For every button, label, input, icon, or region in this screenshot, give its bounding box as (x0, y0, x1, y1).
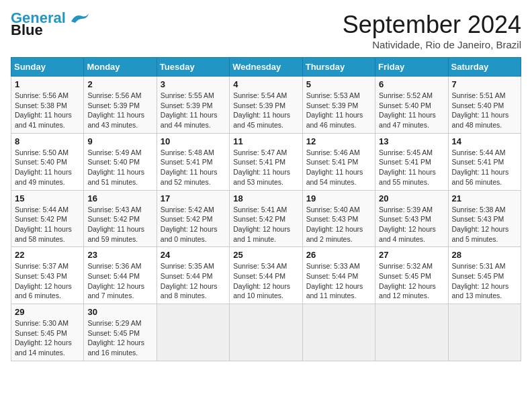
day-number: 7 (452, 79, 517, 89)
page-header: General Blue September 2024 Natividade, … (11, 11, 521, 50)
table-row: 12Sunrise: 5:46 AMSunset: 5:41 PMDayligh… (302, 133, 375, 190)
day-number: 5 (306, 79, 371, 89)
col-monday: Monday (84, 58, 157, 77)
day-info: Sunrise: 5:38 AMSunset: 5:43 PMDaylight:… (452, 205, 517, 244)
day-info: Sunrise: 5:53 AMSunset: 5:39 PMDaylight:… (306, 91, 371, 130)
table-row: 14Sunrise: 5:44 AMSunset: 5:41 PMDayligh… (448, 133, 521, 190)
table-row: 29Sunrise: 5:30 AMSunset: 5:45 PMDayligh… (11, 304, 84, 361)
col-tuesday: Tuesday (157, 58, 229, 77)
day-number: 4 (233, 79, 298, 89)
day-info: Sunrise: 5:40 AMSunset: 5:43 PMDaylight:… (306, 205, 371, 244)
day-number: 9 (87, 136, 152, 146)
table-row: 13Sunrise: 5:45 AMSunset: 5:41 PMDayligh… (375, 133, 448, 190)
day-info: Sunrise: 5:36 AMSunset: 5:44 PMDaylight:… (87, 261, 152, 301)
calendar-week-row: 8Sunrise: 5:50 AMSunset: 5:40 PMDaylight… (11, 133, 521, 190)
table-row: 24Sunrise: 5:35 AMSunset: 5:44 PMDayligh… (157, 247, 229, 304)
day-info: Sunrise: 5:34 AMSunset: 5:44 PMDaylight:… (233, 261, 298, 301)
day-info: Sunrise: 5:55 AMSunset: 5:39 PMDaylight:… (161, 91, 226, 130)
day-number: 2 (87, 79, 152, 89)
day-info: Sunrise: 5:30 AMSunset: 5:45 PMDaylight:… (15, 318, 80, 358)
table-row: 16Sunrise: 5:43 AMSunset: 5:42 PMDayligh… (84, 190, 157, 247)
title-block: September 2024 Natividade, Rio de Janeir… (343, 11, 521, 50)
day-info: Sunrise: 5:51 AMSunset: 5:40 PMDaylight:… (452, 91, 517, 130)
table-row: 19Sunrise: 5:40 AMSunset: 5:43 PMDayligh… (302, 190, 375, 247)
day-info: Sunrise: 5:44 AMSunset: 5:42 PMDaylight:… (15, 205, 80, 244)
day-number: 12 (306, 136, 371, 146)
day-info: Sunrise: 5:49 AMSunset: 5:40 PMDaylight:… (87, 148, 152, 187)
logo-bird-icon (69, 12, 90, 24)
day-info: Sunrise: 5:35 AMSunset: 5:44 PMDaylight:… (161, 261, 226, 301)
day-number: 11 (233, 136, 298, 146)
table-row: 30Sunrise: 5:29 AMSunset: 5:45 PMDayligh… (84, 304, 157, 361)
calendar-week-row: 22Sunrise: 5:37 AMSunset: 5:43 PMDayligh… (11, 247, 521, 304)
day-number: 22 (15, 250, 80, 260)
day-number: 3 (161, 79, 226, 89)
day-info: Sunrise: 5:56 AMSunset: 5:39 PMDaylight:… (87, 91, 152, 130)
table-row: 25Sunrise: 5:34 AMSunset: 5:44 PMDayligh… (230, 247, 302, 304)
day-number: 8 (15, 136, 80, 146)
col-friday: Friday (375, 58, 448, 77)
col-wednesday: Wednesday (230, 58, 302, 77)
day-info: Sunrise: 5:50 AMSunset: 5:40 PMDaylight:… (15, 148, 80, 187)
day-info: Sunrise: 5:43 AMSunset: 5:42 PMDaylight:… (87, 205, 152, 244)
table-row (302, 304, 375, 361)
table-row: 17Sunrise: 5:42 AMSunset: 5:42 PMDayligh… (157, 190, 229, 247)
table-row: 21Sunrise: 5:38 AMSunset: 5:43 PMDayligh… (448, 190, 521, 247)
table-row: 5Sunrise: 5:53 AMSunset: 5:39 PMDaylight… (302, 77, 375, 134)
day-info: Sunrise: 5:46 AMSunset: 5:41 PMDaylight:… (306, 148, 371, 187)
table-row (230, 304, 302, 361)
table-row: 22Sunrise: 5:37 AMSunset: 5:43 PMDayligh… (11, 247, 84, 304)
logo-blue: Blue (11, 21, 43, 39)
table-row: 8Sunrise: 5:50 AMSunset: 5:40 PMDaylight… (11, 133, 84, 190)
table-row: 3Sunrise: 5:55 AMSunset: 5:39 PMDaylight… (157, 77, 229, 134)
day-info: Sunrise: 5:33 AMSunset: 5:44 PMDaylight:… (306, 261, 371, 301)
col-sunday: Sunday (11, 58, 84, 77)
day-info: Sunrise: 5:29 AMSunset: 5:45 PMDaylight:… (87, 318, 152, 358)
day-number: 15 (15, 193, 80, 203)
day-number: 26 (306, 250, 371, 260)
day-number: 14 (452, 136, 517, 146)
day-number: 18 (233, 193, 298, 203)
day-number: 1 (15, 79, 80, 89)
day-number: 28 (452, 250, 517, 260)
table-row: 28Sunrise: 5:31 AMSunset: 5:45 PMDayligh… (448, 247, 521, 304)
day-info: Sunrise: 5:47 AMSunset: 5:41 PMDaylight:… (233, 148, 298, 187)
table-row (448, 304, 521, 361)
calendar-week-row: 29Sunrise: 5:30 AMSunset: 5:45 PMDayligh… (11, 304, 521, 361)
location: Natividade, Rio de Janeiro, Brazil (343, 39, 521, 50)
day-number: 25 (233, 250, 298, 260)
calendar-table: Sunday Monday Tuesday Wednesday Thursday… (11, 57, 521, 361)
day-info: Sunrise: 5:42 AMSunset: 5:42 PMDaylight:… (161, 205, 226, 244)
table-row: 1Sunrise: 5:56 AMSunset: 5:38 PMDaylight… (11, 77, 84, 134)
table-row: 2Sunrise: 5:56 AMSunset: 5:39 PMDaylight… (84, 77, 157, 134)
table-row (375, 304, 448, 361)
month-title: September 2024 (343, 11, 521, 39)
table-row: 23Sunrise: 5:36 AMSunset: 5:44 PMDayligh… (84, 247, 157, 304)
table-row: 27Sunrise: 5:32 AMSunset: 5:45 PMDayligh… (375, 247, 448, 304)
calendar-header-row: Sunday Monday Tuesday Wednesday Thursday… (11, 58, 521, 77)
day-info: Sunrise: 5:37 AMSunset: 5:43 PMDaylight:… (15, 261, 80, 301)
day-info: Sunrise: 5:48 AMSunset: 5:41 PMDaylight:… (161, 148, 226, 187)
day-number: 29 (15, 307, 80, 317)
table-row: 26Sunrise: 5:33 AMSunset: 5:44 PMDayligh… (302, 247, 375, 304)
day-number: 23 (87, 250, 152, 260)
day-number: 6 (379, 79, 444, 89)
calendar-week-row: 15Sunrise: 5:44 AMSunset: 5:42 PMDayligh… (11, 190, 521, 247)
day-info: Sunrise: 5:54 AMSunset: 5:39 PMDaylight:… (233, 91, 298, 130)
table-row: 18Sunrise: 5:41 AMSunset: 5:42 PMDayligh… (230, 190, 302, 247)
calendar-week-row: 1Sunrise: 5:56 AMSunset: 5:38 PMDaylight… (11, 77, 521, 134)
day-number: 30 (87, 307, 152, 317)
table-row (157, 304, 229, 361)
day-number: 16 (87, 193, 152, 203)
table-row: 9Sunrise: 5:49 AMSunset: 5:40 PMDaylight… (84, 133, 157, 190)
table-row: 4Sunrise: 5:54 AMSunset: 5:39 PMDaylight… (230, 77, 302, 134)
table-row: 11Sunrise: 5:47 AMSunset: 5:41 PMDayligh… (230, 133, 302, 190)
day-info: Sunrise: 5:41 AMSunset: 5:42 PMDaylight:… (233, 205, 298, 244)
day-number: 13 (379, 136, 444, 146)
day-number: 20 (379, 193, 444, 203)
table-row: 20Sunrise: 5:39 AMSunset: 5:43 PMDayligh… (375, 190, 448, 247)
day-info: Sunrise: 5:56 AMSunset: 5:38 PMDaylight:… (15, 91, 80, 130)
day-info: Sunrise: 5:39 AMSunset: 5:43 PMDaylight:… (379, 205, 444, 244)
day-info: Sunrise: 5:52 AMSunset: 5:40 PMDaylight:… (379, 91, 444, 130)
day-number: 17 (161, 193, 226, 203)
